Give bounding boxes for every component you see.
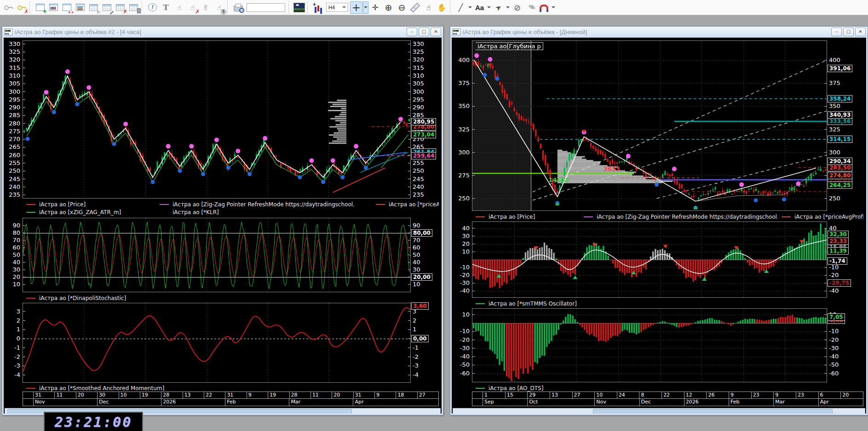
month-cell: Feb [225, 399, 289, 406]
ruler-icon[interactable] [409, 1, 421, 14]
key-icon[interactable] [2, 1, 14, 14]
bell-pointer-tool[interactable]: ➤ [492, 1, 505, 14]
hand-money-icon[interactable]: ☝$ [213, 1, 225, 14]
month-cell-lead [472, 399, 483, 406]
table-delete-icon[interactable]: ✗ [114, 1, 126, 14]
right-window-titlebar[interactable]: iАстра ао График цены и объёма - [Дневно… [450, 27, 868, 38]
right-price-canvas[interactable] [472, 41, 827, 210]
depth-bid-value: 14632 [549, 176, 569, 183]
stars-window-icon[interactable]: ✶✶ [61, 1, 73, 14]
bell-pointer-tool-dropdown[interactable] [505, 1, 511, 14]
left-price-canvas[interactable] [23, 41, 410, 198]
depth-overlay-label: iАстра ао[Глубина р [476, 42, 543, 50]
axis-tick-label: 10 [4, 281, 20, 288]
month-cell: Dec [639, 399, 684, 406]
legend-swatch [26, 212, 35, 213]
legend-label: iАстра ао [*smTMMS Oscillator] [489, 301, 577, 307]
table-accounts-icon[interactable] [127, 1, 140, 14]
toolbar-separator [29, 1, 32, 13]
hand-point-icon[interactable]: ☝ [173, 1, 185, 14]
table-settings-icon[interactable] [101, 1, 113, 14]
pan-tool[interactable]: ✋ [436, 1, 448, 14]
left-chart-window[interactable]: iАстра ао График цены и объёма #2 - [4 ч… [2, 26, 443, 415]
price-tag: 23,33 [828, 238, 849, 245]
axis-tick-label: -20 [829, 272, 839, 278]
chart-window-icon[interactable] [47, 1, 60, 14]
restore-button[interactable]: □ [419, 28, 429, 36]
text-style-tool-dropdown[interactable] [486, 1, 492, 14]
chevron-down-icon [364, 6, 368, 10]
axis-tick-label: 330 [413, 40, 424, 47]
date-cell: 28 [161, 392, 182, 398]
date-cell: 22 [661, 392, 684, 398]
left-momentum-canvas[interactable] [23, 303, 410, 382]
alert-balloon-icon[interactable]: ! [146, 1, 159, 14]
window-chart-icon [452, 28, 460, 35]
left-stochastic-panel: 90908080707060605050404030302020101080,0… [4, 217, 442, 293]
left-stochastic-legend: iАстра ао [*DinapoliStochastic] [23, 294, 439, 301]
text-label-icon[interactable]: T [160, 1, 172, 14]
date-cell: 28 [289, 392, 310, 398]
date-row: 311120301019281322319192811203191827 [23, 391, 439, 399]
zoom-in-icon[interactable]: ⊕ [382, 1, 395, 14]
line-tool[interactable]: ╱ [454, 1, 467, 14]
right-price-panel: 4004003753753503503253253003002752752502… [452, 40, 866, 212]
legend-item: iАстра ао [*Smoothed Anchored Momentum] [23, 385, 164, 391]
left-price-plot[interactable] [23, 40, 411, 198]
right-horizontal-scrollbar[interactable] [453, 408, 865, 414]
date-cell: 8 [639, 392, 661, 398]
month-cell: Dec [97, 399, 161, 406]
table-deal-icon[interactable]: ✍ [87, 1, 100, 14]
print-preview-icon[interactable] [232, 1, 244, 14]
pencils-icon[interactable]: ✎✎ [524, 1, 537, 14]
zoom-out-icon[interactable]: ⊖ [396, 1, 408, 14]
restore-button[interactable]: □ [843, 28, 854, 36]
axis-tick-label: -40 [452, 287, 470, 294]
left-window-titlebar[interactable]: iАстра ао График цены и объёма #2 - [4 ч… [2, 27, 443, 38]
crosshair-tool-dropdown[interactable] [363, 1, 368, 14]
minimize-button[interactable]: – [407, 28, 417, 36]
scrollbar-thumb[interactable] [593, 409, 833, 414]
volume-chart-icon[interactable]: + [312, 1, 324, 14]
price-tag: 264,25 [828, 181, 852, 189]
clock-time: 23:21:00 [55, 414, 132, 430]
legend-swatch [376, 204, 385, 205]
key-disable-icon[interactable]: ✗ [15, 1, 28, 14]
right-oscillator-canvas[interactable] [472, 222, 827, 297]
left-momentum-plot[interactable] [23, 303, 411, 383]
right-ao-panel: 1010-10-10-20-20-30-30-40-40-50-50-60-60… [452, 307, 866, 383]
chevron-down-icon [487, 6, 491, 10]
hand-disable-icon[interactable]: ☝✗ [186, 1, 199, 14]
axis-tick-label: 1 [413, 326, 416, 333]
move-tool[interactable]: ✛ [369, 1, 381, 14]
list-window-icon[interactable] [74, 1, 86, 14]
right-window-body: 4004003753753503503253253003002752752502… [452, 38, 866, 414]
magnet-tool-dropdown[interactable] [551, 1, 556, 14]
right-ao-plot[interactable] [472, 308, 827, 382]
symbol-search-input[interactable] [247, 3, 285, 12]
magnet-tool[interactable] [538, 1, 550, 14]
hand-point-tool[interactable]: ☝ [422, 1, 435, 14]
timeframe-combo[interactable]: H4 [326, 3, 348, 12]
close-button[interactable]: ✕ [855, 28, 866, 36]
new-window-icon[interactable]: + [34, 1, 46, 14]
right-chart-window[interactable]: iАстра ао График цены и объёма - [Дневно… [450, 26, 868, 415]
crosshair-tool[interactable]: + [350, 1, 362, 14]
minimize-button[interactable]: – [831, 28, 842, 36]
right-ao-canvas[interactable] [472, 309, 827, 382]
axis-tick-label: -1 [4, 344, 20, 351]
left-stochastic-plot[interactable] [23, 218, 411, 292]
date-cell: 9 [773, 392, 796, 398]
line-tool-dropdown[interactable] [467, 1, 473, 14]
hand-two-fingers-icon[interactable]: ✌ [200, 1, 212, 14]
right-oscillator-plot[interactable] [472, 221, 827, 298]
text-style-tool[interactable]: Aa [473, 1, 486, 14]
close-button[interactable]: ✕ [431, 28, 441, 36]
month-cell: Nov [33, 399, 97, 406]
eye-slash-icon[interactable]: ⊘ [511, 1, 523, 14]
date-cell: 13 [550, 392, 572, 398]
left-stochastic-canvas[interactable] [23, 218, 410, 292]
right-price-plot[interactable] [472, 40, 827, 211]
axis-tick-label: 10 [452, 311, 470, 318]
scene-icon[interactable] [293, 1, 305, 14]
